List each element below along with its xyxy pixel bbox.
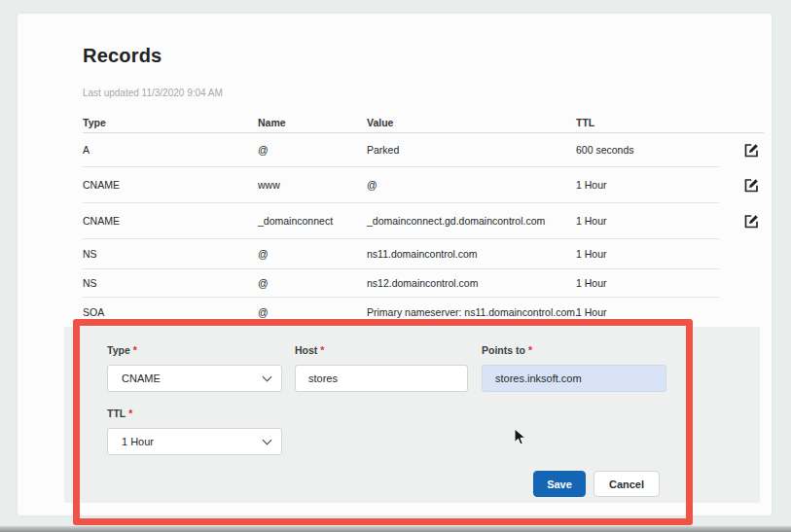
record-ttl: 600 seconds: [576, 144, 719, 156]
record-value: ns11.domaincontrol.com: [367, 248, 576, 260]
table-row: NS @ ns11.domaincontrol.com 1 Hour: [83, 239, 764, 269]
table-header-row: Type Name Value TTL: [83, 112, 764, 133]
record-type: CNAME: [83, 179, 258, 191]
required-asterisk: *: [128, 408, 132, 419]
record-value: Parked: [367, 144, 576, 156]
mouse-cursor-icon: [514, 428, 527, 450]
required-asterisk: *: [528, 344, 532, 356]
record-ttl: 1 Hour: [576, 306, 719, 318]
records-table-body: A @ Parked 600 seconds CNAME ww: [83, 133, 764, 326]
record-name: @: [258, 306, 367, 318]
dns-records-screen: Records Last updated 11/3/2020 9:04 AM T…: [0, 0, 791, 532]
required-asterisk: *: [320, 344, 324, 356]
edit-pencil-icon: [743, 147, 760, 161]
record-name: @: [258, 248, 367, 260]
host-input[interactable]: [295, 365, 468, 392]
edit-pencil-icon: [743, 218, 760, 232]
record-ttl: 1 Hour: [576, 248, 719, 260]
edit-record-button[interactable]: [742, 177, 760, 195]
table-row: NS @ ns12.domaincontrol.com 1 Hour: [83, 269, 764, 298]
record-value: _domainconnect.gd.domaincontrol.com: [367, 215, 576, 227]
window-bottom-edge: [0, 526, 791, 532]
required-asterisk: *: [133, 344, 137, 356]
table-row: CNAME www @ 1 Hour: [83, 167, 764, 203]
column-header-ttl: TTL: [576, 117, 719, 128]
edit-pencil-icon: [743, 182, 760, 196]
record-ttl: 1 Hour: [576, 179, 719, 191]
record-name: www: [258, 179, 367, 191]
table-row: A @ Parked 600 seconds: [83, 133, 764, 167]
save-button[interactable]: Save: [533, 471, 586, 497]
type-select-value: CNAME: [122, 372, 161, 384]
record-ttl: 1 Hour: [576, 215, 719, 227]
table-row: CNAME _domainconnect _domainconnect.gd.d…: [83, 203, 764, 239]
chevron-down-icon: [263, 435, 272, 444]
record-type: NS: [83, 248, 258, 260]
records-table: Type Name Value TTL A @ Parked 600 secon…: [83, 112, 764, 326]
last-updated-text: Last updated 11/3/2020 9:04 AM: [83, 88, 223, 98]
ttl-select[interactable]: 1 Hour: [107, 428, 282, 455]
column-header-name: Name: [258, 117, 367, 128]
record-type: A: [83, 144, 258, 156]
column-header-type: Type: [83, 117, 258, 128]
type-field-label: Type*: [107, 344, 137, 356]
ttl-select-value: 1 Hour: [122, 436, 154, 447]
edit-record-button[interactable]: [742, 213, 760, 231]
record-name: @: [258, 277, 367, 289]
points-to-input[interactable]: [482, 365, 666, 392]
host-field-label: Host*: [295, 344, 324, 356]
record-type: CNAME: [83, 215, 258, 227]
record-value: Primary nameserver: ns11.domaincontrol.c…: [367, 306, 576, 318]
record-value: ns12.domaincontrol.com: [367, 277, 576, 289]
edit-record-button[interactable]: [742, 142, 760, 160]
record-name: _domainconnect: [258, 215, 367, 227]
record-ttl: 1 Hour: [576, 277, 719, 289]
record-value: @: [367, 179, 576, 191]
page-title: Records: [83, 45, 162, 67]
record-name: @: [258, 144, 367, 156]
column-header-value: Value: [367, 117, 576, 128]
table-row: SOA @ Primary nameserver: ns11.domaincon…: [83, 298, 764, 326]
record-type: SOA: [83, 306, 258, 318]
record-type: NS: [83, 277, 258, 289]
points-to-field-label: Points to*: [482, 344, 532, 356]
type-select[interactable]: CNAME: [107, 365, 282, 392]
cancel-button[interactable]: Cancel: [593, 471, 660, 497]
ttl-field-label: TTL*: [107, 408, 132, 419]
chevron-down-icon: [263, 372, 272, 381]
